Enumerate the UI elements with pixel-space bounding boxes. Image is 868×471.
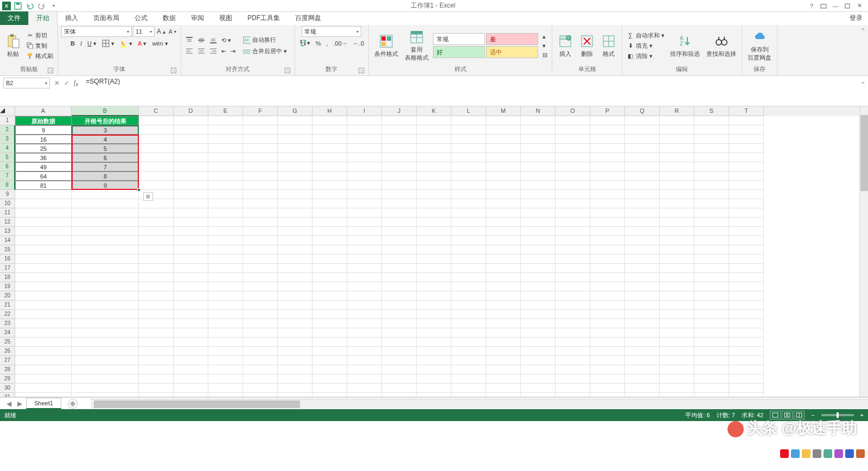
cell-R26[interactable] [660,347,694,356]
tab-layout[interactable]: 页面布局 [86,11,127,25]
cell-J28[interactable] [382,365,417,374]
align-right-icon[interactable] [208,47,218,55]
cell-E25[interactable] [208,338,243,347]
cell-S9[interactable] [694,190,729,199]
cell-R22[interactable] [660,310,694,319]
decrease-decimal-icon[interactable]: ←.0 [352,40,365,47]
cell-K10[interactable] [417,199,451,208]
cell-E30[interactable] [208,384,243,393]
cell-P1[interactable] [590,116,625,125]
cell-I16[interactable] [347,254,382,264]
cell-K18[interactable] [417,273,451,282]
qat-customize-icon[interactable]: ▾ [49,1,59,11]
clipboard-dialog-launcher[interactable]: ↘ [48,68,53,73]
cell-K15[interactable] [417,245,451,254]
cell-A8[interactable]: 81 [15,181,72,190]
cell-E11[interactable] [208,208,243,218]
cell-T7[interactable] [729,171,764,181]
cell-R14[interactable] [660,236,694,245]
cell-J2[interactable] [382,125,417,135]
cell-R24[interactable] [660,328,694,338]
cell-C29[interactable] [139,374,174,384]
row-header-1[interactable]: 1 [0,116,15,125]
cell-K5[interactable] [417,153,451,162]
cell-A14[interactable] [15,236,72,245]
cell-S28[interactable] [694,365,729,374]
cell-style-good[interactable]: 好 [433,46,485,58]
cell-S22[interactable] [694,310,729,319]
cell-Q28[interactable] [625,365,660,374]
cell-R21[interactable] [660,301,694,310]
cell-S1[interactable] [694,116,729,125]
row-header-20[interactable]: 20 [0,291,15,301]
cell-P15[interactable] [590,245,625,254]
cell-R3[interactable] [660,135,694,144]
cell-R30[interactable] [660,384,694,393]
cell-J6[interactable] [382,162,417,171]
cell-M10[interactable] [486,199,521,208]
cell-N17[interactable] [521,264,556,273]
cell-G1[interactable] [278,116,312,125]
cell-C28[interactable] [139,365,174,374]
save-icon[interactable] [13,1,23,11]
cell-S18[interactable] [694,273,729,282]
cell-M25[interactable] [486,338,521,347]
cell-J20[interactable] [382,291,417,301]
cell-P5[interactable] [590,153,625,162]
cell-H25[interactable] [312,338,347,347]
cell-S4[interactable] [694,144,729,153]
cell-C6[interactable] [139,162,174,171]
row-header-27[interactable]: 27 [0,356,15,365]
cell-K21[interactable] [417,301,451,310]
cell-D28[interactable] [174,365,208,374]
decrease-font-icon[interactable]: A▾ [168,28,177,35]
cell-Q23[interactable] [625,319,660,328]
cell-E5[interactable] [208,153,243,162]
row-header-2[interactable]: 2 [0,125,15,135]
cell-H6[interactable] [312,162,347,171]
cell-C11[interactable] [139,208,174,218]
cell-F5[interactable] [243,153,278,162]
cell-S14[interactable] [694,236,729,245]
cell-S23[interactable] [694,319,729,328]
cell-B10[interactable] [72,199,139,208]
cell-R23[interactable] [660,319,694,328]
cell-O10[interactable] [556,199,590,208]
cell-K14[interactable] [417,236,451,245]
styles-more[interactable]: ⊟ [541,51,548,59]
border-button[interactable]: ▾ [101,39,116,48]
cell-F4[interactable] [243,144,278,153]
cell-P31[interactable] [590,393,625,397]
column-header-E[interactable]: E [208,106,243,116]
cell-I29[interactable] [347,374,382,384]
cell-B17[interactable] [72,264,139,273]
cell-D1[interactable] [174,116,208,125]
cell-A7[interactable]: 64 [15,171,72,181]
cell-M2[interactable] [486,125,521,135]
cell-B24[interactable] [72,328,139,338]
cell-P25[interactable] [590,338,625,347]
cell-K11[interactable] [417,208,451,218]
cell-M1[interactable] [486,116,521,125]
row-header-31[interactable]: 31 [0,393,15,397]
row-header-3[interactable]: 3 [0,135,15,144]
cell-R15[interactable] [660,245,694,254]
cell-Q19[interactable] [625,282,660,291]
cell-E19[interactable] [208,282,243,291]
cell-F14[interactable] [243,236,278,245]
cell-E7[interactable] [208,171,243,181]
cell-O5[interactable] [556,153,590,162]
cell-L10[interactable] [451,199,486,208]
cell-I5[interactable] [347,153,382,162]
row-header-22[interactable]: 22 [0,310,15,319]
cell-J31[interactable] [382,393,417,397]
cell-L30[interactable] [451,384,486,393]
cell-S19[interactable] [694,282,729,291]
cell-F29[interactable] [243,374,278,384]
cell-M29[interactable] [486,374,521,384]
cell-O27[interactable] [556,356,590,365]
column-header-C[interactable]: C [139,106,174,116]
cell-H1[interactable] [312,116,347,125]
cell-R7[interactable] [660,171,694,181]
collapse-ribbon-icon[interactable]: ⌃ [858,25,868,75]
